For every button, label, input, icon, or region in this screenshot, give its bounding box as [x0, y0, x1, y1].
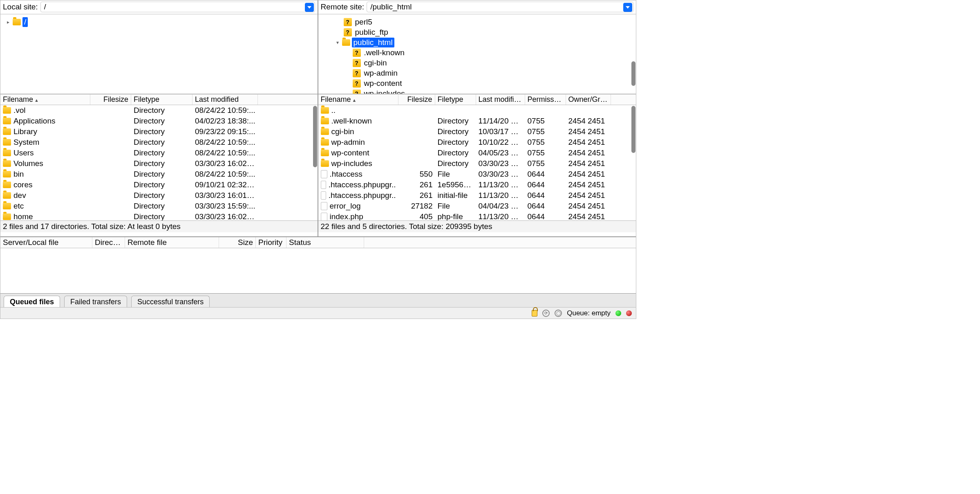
limit-icon[interactable]: ◯	[555, 310, 562, 317]
table-row[interactable]: VolumesDirectory03/30/23 16:02:17	[0, 158, 318, 169]
filesize: 405	[398, 212, 435, 220]
tree-item-label[interactable]: cgi-bin	[362, 58, 389, 68]
col-ownergroup[interactable]: Owner/Group	[566, 94, 611, 105]
tree-item-label[interactable]: public_ftp	[354, 27, 390, 37]
tree-item-label[interactable]: wp-content	[362, 79, 404, 88]
lock-icon[interactable]	[532, 310, 537, 317]
table-row[interactable]: homeDirectory03/30/23 16:02:19	[0, 211, 318, 220]
tree-item[interactable]: .well-known	[323, 47, 635, 58]
lastmodified: 03/30/23 16:02:19	[192, 212, 258, 220]
tree-item[interactable]: wp-content	[323, 78, 635, 88]
filetype: Directory	[435, 137, 476, 147]
table-row[interactable]: wp-includesDirectory03/30/23 01:...07552…	[318, 158, 636, 169]
col-filesize[interactable]: Filesize	[90, 94, 131, 105]
local-path-input[interactable]	[43, 2, 303, 12]
table-row[interactable]: etcDirectory03/30/23 15:59:...	[0, 201, 318, 211]
filetype: Directory	[131, 148, 192, 158]
local-tree-root-label[interactable]: /	[22, 17, 28, 27]
col-filename[interactable]: Filename	[318, 94, 398, 105]
remote-grid-body[interactable]: ...well-knownDirectory11/14/20 00:1...07…	[318, 105, 636, 220]
local-grid-body[interactable]: .volDirectory08/24/22 10:59:...Applicati…	[0, 105, 318, 220]
col-filename[interactable]: Filename	[0, 94, 90, 105]
scrollbar-thumb[interactable]	[631, 61, 635, 86]
tree-item-label[interactable]: .well-known	[362, 48, 406, 58]
table-row[interactable]: binDirectory08/24/22 10:59:...	[0, 169, 318, 180]
local-path-combo[interactable]	[40, 2, 315, 12]
tree-item[interactable]: wp-admin	[323, 68, 635, 78]
transfer-body[interactable]	[0, 248, 636, 293]
col-priority[interactable]: Priority	[256, 237, 286, 248]
table-row[interactable]: LibraryDirectory09/23/22 09:15:...	[0, 126, 318, 137]
table-row[interactable]: ..	[318, 105, 636, 116]
table-row[interactable]: UsersDirectory08/24/22 10:59:...	[0, 148, 318, 158]
tree-item-label[interactable]: wp-includes	[362, 89, 407, 94]
table-row[interactable]: cgi-binDirectory10/03/17 08:...07552454 …	[318, 126, 636, 137]
scrollbar-thumb[interactable]	[631, 106, 635, 153]
permissions: 0644	[525, 212, 566, 220]
col-lastmodified[interactable]: Last modified	[192, 94, 258, 105]
tab-queued[interactable]: Queued files	[4, 296, 60, 307]
table-row[interactable]: devDirectory03/30/23 16:01:58	[0, 190, 318, 201]
owner-group: 2454 2451	[566, 159, 611, 168]
col-status[interactable]: Status	[286, 237, 364, 248]
remote-path-input[interactable]	[369, 2, 622, 12]
tree-item[interactable]: cgi-bin	[323, 58, 635, 68]
tree-item[interactable]: ▾public_html	[323, 37, 635, 47]
table-row[interactable]: .htaccess550File03/30/23 09:...06442454 …	[318, 169, 636, 180]
col-direction[interactable]: Direction	[92, 237, 125, 248]
table-row[interactable]: .htaccess.phpupgr..2611e5956a3...11/13/2…	[318, 180, 636, 190]
local-tree[interactable]: ▸ /	[0, 14, 318, 94]
chevron-down-icon[interactable]	[305, 3, 314, 12]
tree-item-label[interactable]: public_html	[352, 38, 394, 47]
remote-tree[interactable]: perl5public_ftp▾public_html.well-knowncg…	[318, 14, 636, 94]
table-row[interactable]: wp-adminDirectory10/10/22 12:5...0755245…	[318, 137, 636, 148]
tab-failed[interactable]: Failed transfers	[64, 296, 127, 307]
tree-item-label[interactable]: perl5	[354, 17, 374, 27]
table-row[interactable]: ApplicationsDirectory04/02/23 18:38:...	[0, 116, 318, 126]
remote-site-label: Remote site:	[321, 2, 365, 11]
filename: .well-known	[331, 117, 372, 126]
col-lastmodified[interactable]: Last modified	[476, 94, 525, 105]
chevron-right-icon[interactable]: ▸	[5, 19, 11, 25]
col-filetype[interactable]: Filetype	[435, 94, 476, 105]
transfer-header[interactable]: Server/Local file Direction Remote file …	[0, 236, 636, 248]
table-row[interactable]: error_log27182File04/04/23 00:...0644245…	[318, 201, 636, 211]
col-permissions[interactable]: Permissions	[525, 94, 566, 105]
filesize: 27182	[398, 201, 435, 211]
local-pane: Local site: ▸ / Filename Filesize Filety…	[0, 0, 318, 236]
refresh-icon[interactable]: ⟳	[542, 310, 550, 317]
folder-icon	[321, 118, 329, 124]
chevron-down-icon[interactable]	[623, 3, 632, 12]
folder-icon	[3, 150, 11, 156]
lastmodified: 04/04/23 00:...	[476, 201, 525, 211]
col-filetype[interactable]: Filetype	[131, 94, 192, 105]
remote-grid-header[interactable]: Filename Filesize Filetype Last modified…	[318, 94, 636, 105]
col-remote-file[interactable]: Remote file	[125, 237, 219, 248]
col-filesize[interactable]: Filesize	[398, 94, 435, 105]
queue-status: Queue: empty	[567, 309, 611, 317]
tree-item[interactable]: perl5	[323, 17, 635, 27]
table-row[interactable]: .htaccess.phpupgr..261initial-file11/13/…	[318, 190, 636, 201]
tree-item[interactable]: public_ftp	[323, 27, 635, 37]
local-grid-header[interactable]: Filename Filesize Filetype Last modified	[0, 94, 318, 105]
table-row[interactable]: wp-contentDirectory04/05/23 11:...075524…	[318, 148, 636, 158]
remote-path-combo[interactable]	[367, 2, 633, 12]
table-row[interactable]: .volDirectory08/24/22 10:59:...	[0, 105, 318, 116]
table-row[interactable]: index.php405php-file11/13/20 11:3...0644…	[318, 211, 636, 220]
tree-item-label[interactable]: wp-admin	[362, 68, 399, 78]
col-size[interactable]: Size	[219, 237, 256, 248]
table-row[interactable]: SystemDirectory08/24/22 10:59:...	[0, 137, 318, 148]
table-row[interactable]: .well-knownDirectory11/14/20 00:1...0755…	[318, 116, 636, 126]
local-tree-root[interactable]: ▸ /	[5, 17, 316, 27]
col-server-local-file[interactable]: Server/Local file	[0, 237, 92, 248]
owner-group: 2454 2451	[566, 169, 611, 179]
table-row[interactable]: coresDirectory09/10/21 02:32:17	[0, 180, 318, 190]
chevron-down-icon[interactable]: ▾	[335, 40, 340, 45]
tree-item[interactable]: wp-includes	[323, 88, 635, 94]
filesize	[398, 131, 435, 132]
filesize	[398, 142, 435, 143]
filetype: Directory	[435, 127, 476, 137]
scrollbar-thumb[interactable]	[313, 106, 317, 167]
filetype: initial-file	[435, 191, 476, 200]
tab-success[interactable]: Successful transfers	[131, 296, 210, 307]
